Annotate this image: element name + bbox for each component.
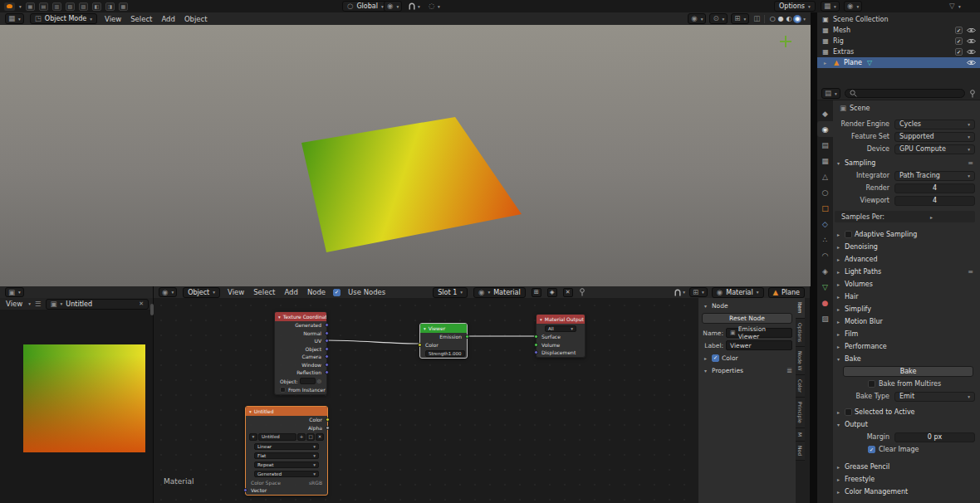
section-sampling[interactable]: ▾ Sampling ≡: [835, 158, 975, 168]
node-label-field[interactable]: Viewer: [726, 340, 792, 350]
tab-world[interactable]: ○: [817, 184, 833, 200]
section-advanced[interactable]: ▸ Advanced: [835, 254, 975, 265]
outliner-display-mode-select[interactable]: ▦▾: [821, 1, 840, 12]
from-instancer-checkbox[interactable]: [280, 387, 286, 393]
menu-view[interactable]: View: [103, 15, 123, 23]
menu-select[interactable]: Select: [129, 15, 154, 23]
shading-options-dropdown[interactable]: ▾: [803, 17, 806, 22]
mode-select[interactable]: ◳ Object Mode ▾: [30, 13, 97, 24]
open-image-button[interactable]: □: [306, 433, 315, 441]
editor-shortcut-icon[interactable]: ▨: [79, 2, 88, 11]
output-socket[interactable]: [325, 331, 329, 335]
margin-field[interactable]: 0 px: [894, 432, 975, 442]
sidebar-tab[interactable]: Color: [796, 375, 805, 398]
bake-button[interactable]: Bake: [843, 366, 973, 377]
xray-toggle[interactable]: ◫: [753, 15, 760, 22]
slot-select[interactable]: Slot 1▾: [433, 287, 468, 298]
feature-set-select[interactable]: Supported▾: [894, 132, 975, 142]
outliner-row-scene-collection[interactable]: ▣ Scene Collection: [817, 14, 980, 25]
color-checkbox[interactable]: [712, 354, 719, 362]
shader-type-select[interactable]: Object▾: [183, 287, 220, 298]
output-socket[interactable]: [325, 354, 329, 359]
adaptive-sampling-checkbox[interactable]: [845, 231, 852, 238]
output-socket[interactable]: [326, 418, 330, 422]
input-socket[interactable]: [534, 335, 538, 339]
image-editor-canvas[interactable]: [0, 310, 153, 503]
pin-icon[interactable]: [969, 90, 976, 98]
output-socket[interactable]: [325, 347, 329, 351]
active-object-pill[interactable]: ▲ Plane: [768, 287, 806, 298]
editor-shortcut-icon[interactable]: ◨: [105, 2, 115, 11]
render-engine-select[interactable]: Cycles▾: [894, 120, 975, 129]
shading-material-button[interactable]: ◐: [785, 15, 793, 23]
outliner-row-rig[interactable]: ▦ Rig: [817, 36, 980, 46]
tab-scene[interactable]: △: [817, 168, 833, 184]
navigation-gizmo[interactable]: [779, 35, 792, 48]
menu-add[interactable]: Add: [282, 288, 299, 296]
proportional-edit-icon[interactable]: ◌: [429, 2, 434, 10]
section-simplify[interactable]: ▸ Simplify: [835, 304, 975, 315]
new-material-button[interactable]: ⊞: [532, 288, 541, 297]
input-socket[interactable]: [243, 488, 247, 492]
menu-view[interactable]: View: [226, 288, 246, 296]
outliner-row-plane[interactable]: ▸ ▲ Plane ▽: [817, 57, 980, 68]
sidebar-tab[interactable]: Nod: [796, 442, 805, 461]
output-socket[interactable]: [325, 363, 329, 367]
interpolation-select[interactable]: Linear▾: [254, 443, 319, 450]
tab-object[interactable]: □: [817, 200, 833, 216]
material-selector[interactable]: ◉▾ Material: [473, 287, 526, 298]
section-light-paths[interactable]: ▸ Light Paths ≡: [835, 266, 975, 277]
snap-options-dropdown[interactable]: ▾: [683, 290, 685, 295]
tab-object-data[interactable]: ▽: [817, 279, 833, 295]
tab-physics[interactable]: ◠: [817, 247, 833, 263]
tab-modifiers[interactable]: ◇: [817, 216, 833, 232]
output-socket[interactable]: [465, 335, 469, 339]
node-image-texture[interactable]: ▾ Untitled Color Alpha ▾ Untitled + □ ✕ …: [245, 406, 328, 496]
output-socket[interactable]: [325, 370, 329, 374]
search-input[interactable]: [845, 89, 965, 98]
proportional-falloff-dropdown[interactable]: ▾: [438, 4, 440, 9]
input-socket[interactable]: [418, 343, 422, 347]
outliner-editor-type-button[interactable]: ◉▾: [844, 1, 862, 12]
tab-particles[interactable]: ∴: [817, 232, 833, 247]
overlays-dropdown[interactable]: ⊞▾: [689, 287, 708, 298]
eyedropper-icon[interactable]: ◎: [317, 378, 321, 383]
section-volumes[interactable]: ▸ Volumes: [835, 279, 975, 290]
collapse-icon[interactable]: ▾: [249, 409, 252, 414]
editor-type-button[interactable]: ▣▾: [5, 287, 24, 298]
exclude-checkbox[interactable]: [955, 37, 963, 45]
filter-icon[interactable]: ▽: [949, 2, 955, 10]
sidebar-tab[interactable]: Principle: [796, 398, 805, 428]
exclude-checkbox[interactable]: [955, 48, 963, 56]
render-samples-field[interactable]: 4: [894, 183, 975, 193]
unlink-image-button[interactable]: ✕: [139, 300, 144, 307]
eye-icon[interactable]: [967, 38, 976, 44]
magnet-icon[interactable]: [674, 289, 681, 296]
sidebar-tab[interactable]: Node W: [796, 347, 805, 376]
unlink-material-button[interactable]: ✕: [563, 288, 573, 297]
editor-shortcut-icon[interactable]: ◧: [92, 2, 101, 11]
shader-editor-canvas[interactable]: ▾ Texture Coordinate Generated Normal UV…: [154, 298, 810, 503]
fake-user-button[interactable]: ◈: [547, 288, 557, 297]
eye-icon[interactable]: [967, 60, 976, 66]
selected-to-active-checkbox[interactable]: [845, 408, 852, 416]
properties-section[interactable]: ▾ Properties ≣: [702, 364, 792, 376]
filter-dropdown[interactable]: ▾: [958, 4, 961, 9]
overlays-dropdown[interactable]: ⊞▾: [731, 13, 749, 24]
integrator-select[interactable]: Path Tracing▾: [894, 171, 975, 181]
viewport-canvas[interactable]: [0, 25, 811, 286]
sidebar-tab[interactable]: Item: [796, 298, 805, 319]
section-color-management[interactable]: ▸ Color Management: [835, 486, 975, 497]
editor-type-button[interactable]: ▦▾: [5, 13, 24, 24]
node-viewer[interactable]: ▾ Viewer Emission Color Strength 1.000: [419, 323, 468, 359]
exclude-checkbox[interactable]: [955, 27, 963, 34]
node-name-field[interactable]: ▣ Emission Viewer: [726, 328, 792, 338]
editor-shortcut-icon[interactable]: ▧: [66, 2, 75, 11]
device-select[interactable]: GPU Compute▾: [894, 144, 975, 154]
clear-image-checkbox[interactable]: [868, 446, 875, 453]
shading-wireframe-button[interactable]: ○: [768, 15, 777, 23]
editor-shortcut-icon[interactable]: ▩: [119, 2, 128, 11]
editor-shortcut-icon[interactable]: ▦: [26, 2, 35, 11]
snap-options-dropdown[interactable]: ▾: [418, 4, 420, 9]
section-freestyle[interactable]: ▸ Freestyle: [835, 474, 975, 485]
